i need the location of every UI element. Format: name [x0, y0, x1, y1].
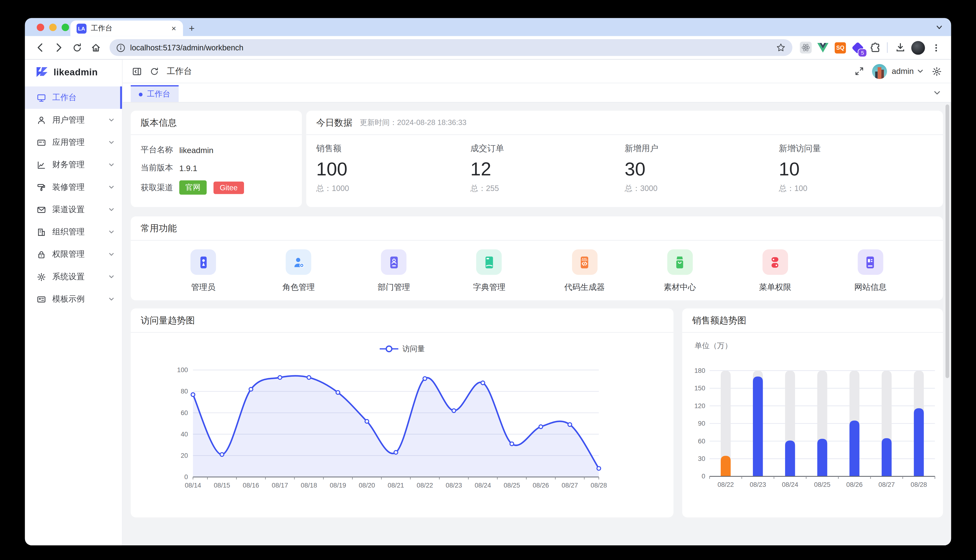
extensions-puzzle-icon[interactable]: [867, 40, 883, 56]
admin-app: likeadmin 工作台 用户管理 应用管理: [25, 60, 951, 545]
tab-close-icon[interactable]: ×: [170, 23, 178, 33]
vue-devtools-icon[interactable]: [815, 40, 831, 56]
pinia-extension-icon[interactable]: 5: [850, 40, 866, 56]
tab-title: 工作台: [91, 23, 165, 33]
svg-text:08/15: 08/15: [214, 482, 230, 489]
current-version-row: 当前版本 1.9.1: [141, 162, 292, 173]
url-bar[interactable]: localhost:5173/admin/workbench: [110, 39, 792, 56]
quick-item-1[interactable]: 管理员: [155, 249, 251, 293]
tabs-chevron-down-icon[interactable]: [933, 88, 941, 97]
traffic-lights: [37, 23, 69, 31]
gitee-button[interactable]: Gitee: [214, 182, 244, 194]
finance-chart-icon: [37, 160, 46, 169]
sidebar-item-decoration[interactable]: 装修管理: [25, 176, 122, 198]
quick-item-3[interactable]: 部门管理: [346, 249, 442, 293]
svg-text:08/21: 08/21: [388, 482, 404, 489]
zoom-window-button[interactable]: [62, 23, 69, 31]
svg-text:60: 60: [180, 409, 188, 417]
url-text[interactable]: localhost:5173/admin/workbench: [130, 43, 771, 52]
site-info-icon[interactable]: [117, 43, 125, 52]
chevron-down-icon: [108, 162, 115, 168]
brand[interactable]: likeadmin: [25, 60, 122, 83]
new-tab-button[interactable]: +: [183, 21, 201, 36]
paint-roller-icon: [37, 183, 46, 192]
quick-item-label: 角色管理: [282, 282, 315, 293]
quick-item-label: 部门管理: [378, 282, 410, 293]
tab-search-chevron-icon[interactable]: [936, 23, 943, 31]
visits-line-chart[interactable]: 02040608010008/1408/1508/1608/1708/1808/…: [137, 355, 667, 496]
extension-badge: 5: [858, 48, 867, 57]
svg-text:08/27: 08/27: [562, 482, 578, 489]
reload-button[interactable]: [69, 39, 86, 57]
home-button[interactable]: [87, 39, 105, 57]
gear-icon: [37, 272, 46, 282]
material-center-icon: [667, 249, 693, 275]
sidebar-item-organization[interactable]: 组织管理: [25, 221, 122, 243]
quick-item-2[interactable]: 角色管理: [251, 249, 346, 293]
svg-text:08/25: 08/25: [504, 482, 520, 489]
svg-text:08/25: 08/25: [814, 481, 831, 488]
quick-item-6[interactable]: 素材中心: [632, 249, 727, 293]
svg-text:08/23: 08/23: [750, 481, 766, 488]
avatar[interactable]: [872, 64, 887, 79]
react-devtools-icon[interactable]: [797, 40, 814, 56]
platform-name-row: 平台名称 likeadmin: [141, 144, 292, 155]
sidebar-item-permissions[interactable]: 权限管理: [25, 243, 122, 265]
brand-name: likeadmin: [53, 66, 98, 77]
browser-toolbar: localhost:5173/admin/workbench SQ 5: [25, 36, 951, 60]
collapse-sidebar-icon[interactable]: [132, 66, 142, 76]
channel-row: 获取渠道 官网 Gitee: [141, 180, 292, 195]
content-scrollbar[interactable]: [946, 104, 949, 378]
bookmark-star-icon[interactable]: [776, 43, 785, 52]
minimize-window-button[interactable]: [49, 23, 57, 31]
svg-text:08/16: 08/16: [243, 482, 259, 489]
official-site-button[interactable]: 官网: [179, 180, 207, 195]
unit-label: 单位（万）: [695, 341, 943, 350]
building-icon: [37, 227, 46, 237]
sales-bar-chart[interactable]: 030609012015018008/2208/2308/2408/2508/2…: [689, 350, 939, 494]
fullscreen-icon[interactable]: [854, 67, 864, 76]
back-button[interactable]: [31, 39, 49, 57]
download-icon[interactable]: [891, 39, 909, 57]
svg-text:08/28: 08/28: [911, 481, 927, 488]
sq-extension-icon[interactable]: SQ: [832, 40, 848, 56]
quick-item-7[interactable]: 菜单权限: [727, 249, 823, 293]
browser-tab[interactable]: LA 工作台 ×: [70, 21, 183, 36]
page-title: 工作台: [167, 65, 192, 77]
user-icon: [37, 115, 46, 125]
username[interactable]: admin: [892, 67, 914, 76]
template-icon: [37, 294, 46, 304]
browser-menu-kebab-icon[interactable]: [928, 39, 945, 57]
quick-item-4[interactable]: 字典管理: [442, 249, 537, 293]
sidebar-item-workbench[interactable]: 工作台: [25, 87, 122, 109]
close-window-button[interactable]: [37, 23, 44, 31]
sidebar-item-users[interactable]: 用户管理: [25, 109, 122, 131]
browser-profile-avatar[interactable]: [910, 40, 926, 56]
forward-button[interactable]: [50, 39, 67, 57]
active-tab-dot: [139, 92, 143, 96]
quick-item-label: 管理员: [191, 282, 216, 293]
tab-workbench[interactable]: 工作台: [130, 85, 178, 102]
svg-text:08/27: 08/27: [879, 481, 895, 488]
screen: LA 工作台 × +: [0, 0, 976, 560]
sidebar-item-finance[interactable]: 财务管理: [25, 153, 122, 176]
chevron-down-icon: [108, 117, 115, 123]
sidebar-item-channel[interactable]: 渠道设置: [25, 198, 122, 221]
svg-text:08/20: 08/20: [359, 482, 375, 489]
menu-permission-icon: [762, 249, 788, 275]
quick-item-8[interactable]: 网站信息: [823, 249, 918, 293]
sidebar-item-templates[interactable]: 模板示例: [25, 288, 122, 310]
sidebar-item-settings[interactable]: 系统设置: [25, 266, 122, 288]
svg-text:150: 150: [694, 384, 705, 392]
user-chevron-down-icon[interactable]: [917, 68, 924, 75]
settings-gear-icon[interactable]: [932, 66, 942, 76]
department-card-icon: [381, 249, 406, 275]
dictionary-book-icon: [476, 249, 502, 275]
svg-text:08/22: 08/22: [417, 482, 433, 489]
quick-item-5[interactable]: 代码生成器: [537, 249, 632, 293]
chart-legend[interactable]: 访问量: [130, 343, 674, 355]
refresh-icon[interactable]: [150, 67, 159, 76]
version-card-title: 版本信息: [130, 111, 302, 135]
sidebar-item-apps[interactable]: 应用管理: [25, 131, 122, 153]
chevron-down-icon: [108, 184, 115, 190]
